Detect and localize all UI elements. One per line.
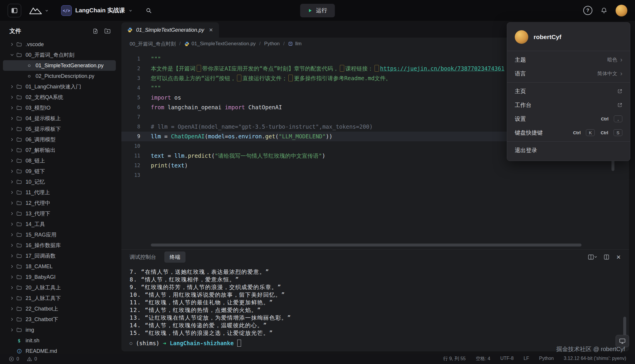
app-logo-menu[interactable] [29, 7, 49, 14]
status-item[interactable]: 3.12.12 64-bit ('shims': pyenv) [564, 356, 626, 362]
tree-item[interactable]: 22_Chatbot上 [3, 303, 116, 314]
breadcrumb-item[interactable]: 00_开篇词_奇点时刻 [130, 41, 176, 47]
tree-item[interactable]: 20_人脉工具上 [3, 282, 116, 293]
panel-layout-icon[interactable] [588, 254, 597, 260]
tree-item[interactable]: 02_文档QA系统 [3, 92, 116, 103]
breadcrumb-separator: / [179, 41, 181, 47]
tree-item[interactable]: 11_代理上 [3, 187, 116, 198]
horizontal-scrollbar[interactable] [151, 244, 581, 246]
editor-tab[interactable]: 01_SimpleTextGeneration.py ✕ [121, 22, 219, 38]
breadcrumb-item[interactable]: 01_SimpleTextGeneration.py [184, 41, 256, 47]
menu-item-label: 退出登录 [515, 147, 622, 154]
tree-item[interactable]: 04_提示模板上 [3, 113, 116, 124]
menu-item-settings[interactable]: 设置Ctrl, [507, 112, 630, 126]
tree-item[interactable]: 03_模型IO [3, 103, 116, 113]
split-terminal-icon[interactable] [604, 254, 609, 260]
tree-item[interactable]: 13_代理下 [3, 208, 116, 219]
user-avatar[interactable] [616, 5, 627, 16]
project-switcher[interactable]: </> LangChain 实战课 [61, 5, 133, 16]
terminal-line: 15. “红玫瑰，情人节的浪漫之选，让爱绽放光芒。” [130, 329, 621, 337]
tree-item[interactable]: 18_CAMEL [3, 261, 116, 272]
tree-item[interactable]: 05_提示模板下 [3, 124, 116, 134]
tree-item[interactable]: 23_Chatbot下 [3, 314, 116, 325]
terminal-line: 12. “情人节，红玫瑰的热情，点燃爱的火焰。” [130, 306, 621, 314]
status-item[interactable]: Python [539, 356, 554, 362]
status-item[interactable]: 行 9, 列 55 [443, 356, 465, 362]
warnings-icon[interactable] [27, 356, 32, 362]
tree-item[interactable]: 19_BabyAGI [3, 272, 116, 282]
tree-item[interactable]: 06_调用模型 [3, 134, 116, 145]
help-button[interactable]: ? [583, 6, 592, 15]
menu-item-theme[interactable]: 主题暗色› [507, 53, 630, 67]
status-item[interactable]: UTF-8 [500, 356, 514, 362]
tree-item[interactable]: 10_记忆 [3, 177, 116, 187]
breadcrumb-separator: / [283, 41, 285, 47]
tree-item[interactable]: 15_RAG应用 [3, 229, 116, 240]
tree-item[interactable]: 21_人脉工具下 [3, 293, 116, 303]
tree-item-label: 04_提示模板上 [26, 115, 61, 122]
menu-item-shortcuts[interactable]: 键盘快捷键CtrlKCtrlS [507, 126, 630, 140]
username: robertCyf [534, 33, 562, 41]
menu-divider [507, 82, 630, 83]
tree-item[interactable]: README.md [3, 346, 116, 354]
breadcrumb-item[interactable]: Python [264, 41, 280, 47]
tree-item[interactable]: 17_回调函数 [3, 251, 116, 261]
tree-item[interactable]: 00_开篇词_奇点时刻 [3, 50, 116, 60]
tree-item-label: 23_Chatbot下 [26, 316, 58, 323]
menu-item-language[interactable]: 语言简体中文› [507, 67, 630, 80]
errors-icon[interactable] [9, 356, 14, 362]
search-button[interactable] [146, 7, 152, 14]
folder-icon [15, 137, 23, 142]
chevron-right-icon [9, 85, 15, 88]
chevron-right-icon [9, 201, 15, 205]
panel-tab-terminal[interactable]: 终端 [164, 251, 186, 263]
tree-item[interactable]: 12_代理中 [3, 198, 116, 208]
tree-item[interactable]: img [3, 325, 116, 335]
tree-item[interactable]: 14_工具 [3, 219, 116, 229]
token-str: "请给我写一句情人节红玫瑰的中文宣传语" [215, 152, 322, 159]
status-item[interactable]: LF [524, 356, 529, 362]
chevron-right-icon [9, 307, 15, 311]
new-file-icon[interactable] [93, 28, 98, 34]
tree-item[interactable]: 01_SimpleTextGeneration.py [3, 60, 116, 71]
breadcrumb-label: Python [264, 41, 280, 47]
tree-item-label: 01_SimpleTextGeneration.py [36, 63, 103, 69]
run-button[interactable]: 运行 [300, 4, 335, 17]
token-fg: ( [211, 152, 215, 159]
status-item[interactable]: 空格: 4 [476, 356, 490, 362]
tree-item-label: 09_链下 [26, 168, 45, 175]
chevron-right-icon [9, 170, 15, 173]
menu-item-home[interactable]: 主页 [507, 84, 630, 98]
tree-item[interactable]: 16_操作数据库 [3, 240, 116, 251]
token-var: text [171, 162, 185, 169]
notifications-bell-icon[interactable] [601, 7, 607, 14]
token-fg: . [184, 152, 188, 159]
tree-item[interactable]: $init.sh [3, 335, 116, 346]
tree-item[interactable]: 08_链上 [3, 155, 116, 166]
tree-item[interactable]: 01_LangChain快速入门 [3, 81, 116, 92]
sidebar-toggle-button[interactable] [8, 4, 21, 17]
prompt-arrow-icon: ➜ [163, 340, 166, 346]
token-str: 您可以点击最上方的“运行”按钮， [151, 75, 236, 81]
menu-item-logout[interactable]: 退出登录 [507, 143, 630, 157]
close-tab-icon[interactable]: ✕ [209, 27, 213, 33]
token-fn: get [265, 133, 275, 140]
dot-file-icon [25, 64, 33, 67]
tree-item[interactable]: .vscode [3, 39, 116, 50]
close-panel-icon[interactable]: ✕ [616, 254, 621, 261]
tree-item[interactable]: 09_链下 [3, 166, 116, 177]
token-fg: ) [322, 152, 325, 159]
menu-item-workbench[interactable]: 工作台 [507, 98, 630, 112]
terminal[interactable]: 7. “在情人节，送她红玫瑰，表达最浓烈的爱意。”8. “情人节，红玫瑰相伴，爱… [121, 264, 629, 351]
menu-divider [507, 141, 630, 142]
breadcrumb-item[interactable]: llm [288, 41, 302, 47]
tree-item[interactable]: 07_解析输出 [3, 145, 116, 155]
token-fg: os [171, 94, 181, 101]
token-cls: ChatOpenAI [171, 133, 205, 140]
new-folder-icon[interactable] [104, 28, 111, 34]
terminal-line: 10. “情人节，用红玫瑰诉说爱的故事，留下美好回忆。” [130, 291, 621, 298]
tree-item[interactable]: 02_PictureDescription.py [3, 71, 116, 81]
folder-icon [15, 306, 23, 311]
panel-tab-debug-console[interactable]: 调试控制台 [130, 254, 156, 261]
line-number: 5 [121, 93, 140, 103]
